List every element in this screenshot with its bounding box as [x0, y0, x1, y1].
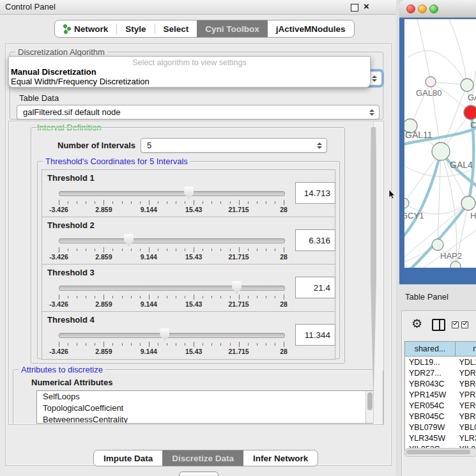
algorithm-option-manual[interactable]: Manual Discretization [11, 67, 96, 77]
table-data-combobox[interactable]: galFiltered.sif default node [17, 105, 380, 119]
table-row[interactable]: YLR345WYLR3 [405, 433, 476, 443]
tick-label: -3.426 [49, 348, 68, 355]
network-node-hap2[interactable] [432, 239, 443, 250]
tick-mark [68, 201, 68, 204]
subtab-impute-data[interactable]: Impute Data [94, 450, 162, 466]
table-row[interactable]: YDL19...YDL1 [405, 357, 476, 368]
settings-vertical-scrollbar[interactable] [373, 122, 383, 424]
table-row[interactable]: YPR145WYPR1 [405, 389, 476, 400]
network-node-h[interactable] [461, 196, 475, 210]
attribute-list-item[interactable]: BetweennessCentrality [37, 414, 374, 424]
slider-ticks [59, 295, 284, 300]
tick-mark [275, 201, 275, 204]
network-node-gal4[interactable] [432, 142, 450, 160]
tick-mark [131, 249, 132, 251]
table-cell: YBL079W [405, 422, 456, 433]
slider-track[interactable] [59, 238, 285, 243]
tab-cyni-toolbox[interactable]: Cyni Toolbox [197, 20, 268, 37]
network-node-label: HAP2 [440, 251, 462, 261]
slider-thumb[interactable] [124, 234, 134, 247]
tick-mark [284, 200, 284, 205]
network-node-gcy1[interactable] [404, 198, 409, 208]
tick-mark [158, 249, 158, 251]
tick-mark [211, 296, 212, 298]
tick-mark [95, 249, 95, 251]
tab-label: Select [164, 24, 189, 34]
tick-label: -3.426 [49, 206, 68, 213]
table-data-value: galFiltered.sif default node [17, 107, 369, 117]
table-cell: YBL0 [456, 422, 476, 433]
float-window-icon[interactable] [351, 4, 358, 12]
slider-track[interactable] [59, 333, 285, 338]
threshold-value-field[interactable]: 6.316 [295, 229, 335, 251]
subtab-infer-network[interactable]: Infer Network [243, 450, 318, 466]
network-canvas[interactable]: GAL80GACGAL11GAL4GCY1HHAP2 [404, 19, 476, 268]
tick-mark [95, 296, 95, 298]
table-cell: YBR0 [456, 411, 476, 422]
tick-mark [104, 342, 104, 347]
slider-track[interactable] [59, 191, 285, 196]
table-row[interactable]: YBR045CYBR0 [405, 411, 476, 422]
tick-mark [275, 296, 275, 298]
control-panel-title: Control Panel [5, 2, 56, 12]
table-column-header[interactable]: shared... [405, 342, 456, 357]
network-node-ga[interactable] [461, 79, 473, 91]
split-view-icon[interactable] [432, 319, 445, 331]
checkbox-icon[interactable] [452, 321, 459, 328]
threshold-value-field[interactable]: 14.713 [295, 182, 335, 204]
node-attribute-table[interactable]: shared...name YDL19...YDL1YDR27...YDR2YB… [404, 341, 476, 455]
zoom-traffic-light-icon[interactable] [429, 4, 438, 13]
tick-label: -3.426 [49, 253, 68, 261]
table-cell: YBR0 [456, 378, 476, 389]
apply-button[interactable]: Apply [179, 472, 219, 476]
tab-jactivemnodules[interactable]: jActiveMNodules [268, 20, 354, 37]
table-panel: Table Panel ⚙ shared...name YDL19...YDL1… [397, 284, 476, 476]
algorithm-option-equal-width[interactable]: Equal Width/Frequency Discretization [11, 77, 150, 86]
scrollbar-thumb[interactable] [406, 450, 470, 454]
network-node[interactable] [450, 261, 461, 268]
mouse-cursor-icon [388, 190, 396, 200]
table-data-title: Table Data [17, 93, 61, 103]
network-edge [404, 151, 441, 236]
attribute-list-item[interactable]: TopologicalCoefficient [37, 403, 374, 414]
table-row[interactable]: YDR27...YDR2 [405, 367, 476, 378]
slider-thumb[interactable] [184, 187, 194, 199]
tab-label: Style [125, 24, 146, 34]
tick-label: 21.715 [229, 253, 249, 261]
slider-ticks [59, 247, 284, 253]
slider-track[interactable] [59, 286, 285, 291]
thresholds-group: Threshold's Coordinates for 5 Intervals … [37, 161, 340, 359]
slider-tick-labels: -3.4262.8599.14415.4321.71528 [59, 348, 284, 355]
network-node-gal80[interactable] [426, 77, 436, 87]
slider-thumb[interactable] [232, 281, 242, 294]
table-row[interactable]: YBL079WYBL0 [405, 422, 476, 433]
minimize-traffic-light-icon[interactable] [418, 4, 427, 13]
tick-mark [131, 343, 132, 346]
scrollbar-thumb[interactable] [371, 127, 376, 404]
number-of-intervals-combobox[interactable]: 5 [141, 138, 327, 153]
attribute-list-item[interactable]: SelfLoops [37, 391, 374, 403]
tab-style[interactable]: Style [117, 20, 154, 37]
slider-thumb[interactable] [160, 328, 169, 341]
numerical-attributes-list[interactable]: SelfLoopsTopologicalCoefficientBetweenne… [36, 390, 375, 424]
network-node-c[interactable] [464, 105, 476, 119]
tick-label: 2.859 [95, 300, 112, 308]
tick-mark [86, 296, 86, 298]
tab-network[interactable]: Network [55, 20, 116, 37]
table-column-header[interactable]: name [456, 342, 476, 357]
network-window: GAL80GACGAL11GAL4GCY1HHAP2 [399, 0, 476, 284]
close-window-icon[interactable]: × [364, 1, 369, 12]
table-row[interactable]: YBR043CYBR0 [405, 378, 476, 389]
table-horizontal-scrollbar[interactable] [404, 448, 476, 457]
subtab-discretize-data[interactable]: Discretize Data [162, 450, 243, 466]
gear-icon[interactable]: ⚙ [411, 316, 422, 330]
tab-select[interactable]: Select [155, 20, 197, 37]
tick-mark [266, 343, 266, 346]
table-cell: YBR045C [405, 411, 456, 422]
threshold-row: Threshold 2-3.4262.8599.14415.4321.71528… [42, 217, 335, 265]
table-row[interactable]: YER054CYER0 [405, 400, 476, 411]
close-traffic-light-icon[interactable] [406, 4, 415, 13]
checkbox-icon[interactable] [461, 321, 468, 328]
threshold-value-field[interactable]: 11.344 [295, 324, 335, 346]
threshold-value-field[interactable]: 21.4 [295, 277, 335, 298]
